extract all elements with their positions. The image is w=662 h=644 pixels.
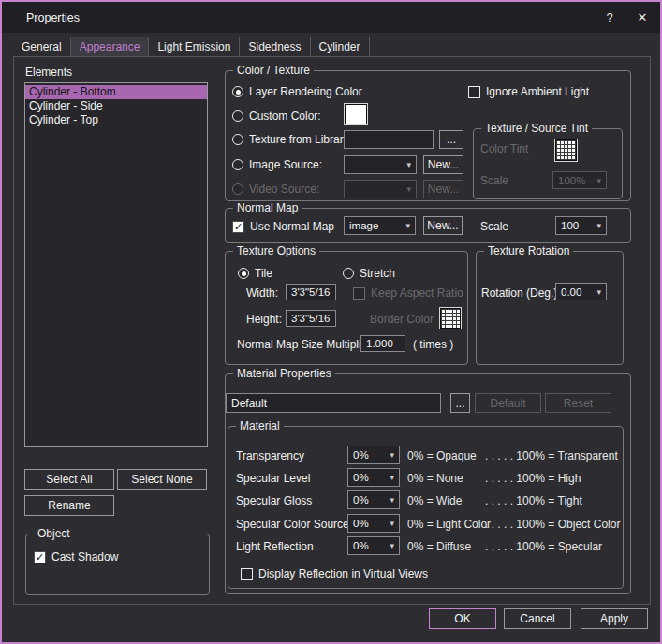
ok-button[interactable]: OK xyxy=(429,608,496,629)
tab-appearance[interactable]: Appearance xyxy=(71,37,150,57)
material-name-input[interactable]: Default xyxy=(226,393,441,413)
height-input[interactable]: 3'3"5/16 xyxy=(286,310,336,327)
specular-gloss-dropdown[interactable]: 0% ▾ xyxy=(347,490,400,509)
tile-radio[interactable]: Tile xyxy=(238,265,272,282)
new-video-button: New... xyxy=(423,180,463,198)
texture-rotation-group: Texture Rotation xyxy=(476,251,624,365)
transparency-dropdown[interactable]: 0% ▾ xyxy=(347,446,400,464)
help-icon[interactable]: ? xyxy=(600,2,619,33)
chevron-down-icon: ▾ xyxy=(405,221,410,230)
tint-scale-label: Scale xyxy=(480,174,508,187)
row-desc-left: 0% = Wide xyxy=(407,494,462,507)
chevron-down-icon: ▾ xyxy=(390,495,394,505)
rotation-dropdown[interactable]: 0.00 ▾ xyxy=(555,283,607,300)
texture-from-library-label: Texture from Library: xyxy=(249,133,352,146)
specular-color-source-dropdown[interactable]: 0% ▾ xyxy=(347,514,400,533)
tab-cylinder[interactable]: Cylinder xyxy=(311,37,370,57)
transparency-value: 0% xyxy=(353,449,369,461)
specular-gloss-value: 0% xyxy=(353,494,369,505)
tab-general[interactable]: General xyxy=(13,37,71,57)
chevron-down-icon: ▾ xyxy=(390,541,394,550)
checkbox-icon xyxy=(353,287,365,300)
normal-map-size-multiplier-input[interactable]: 1.000 xyxy=(360,335,405,352)
specular-level-dropdown[interactable]: 0% ▾ xyxy=(347,468,400,487)
elements-list[interactable]: Cylinder - Bottom Cylinder - Side Cylind… xyxy=(24,82,208,447)
video-source-label: Video Source: xyxy=(249,183,319,196)
material-browse-button[interactable]: ... xyxy=(450,393,470,413)
new-image-button[interactable]: New... xyxy=(423,155,463,174)
layer-rendering-color-radio[interactable]: Layer Rendering Color xyxy=(232,83,362,100)
new-normal-map-button[interactable]: New... xyxy=(423,216,463,235)
normal-map-scale-label: Scale xyxy=(480,220,508,233)
material-row: Light Reflection 0% ▾ 0% = Diffuse . . .… xyxy=(236,536,618,555)
chevron-down-icon: ▾ xyxy=(390,450,394,460)
chevron-down-icon: ▾ xyxy=(390,473,394,482)
rotation-value: 0.00 xyxy=(561,286,581,298)
cast-shadow-checkbox[interactable]: ✓ Cast Shadow xyxy=(34,549,118,565)
stretch-label: Stretch xyxy=(360,267,395,280)
select-all-button[interactable]: Select All xyxy=(24,469,114,490)
close-icon[interactable]: ✕ xyxy=(633,2,652,33)
checkbox-icon xyxy=(241,568,253,580)
chevron-down-icon: ▾ xyxy=(406,160,411,169)
checkmark-icon: ✓ xyxy=(232,221,244,233)
use-normal-map-checkbox[interactable]: ✓ Use Normal Map xyxy=(232,218,334,235)
radio-selected-icon xyxy=(232,86,243,97)
row-desc-left: 0% = Opaque xyxy=(407,449,477,462)
elements-label: Elements xyxy=(25,66,72,79)
display-reflection-label: Display Reflection in Virtual Views xyxy=(258,567,428,580)
ignore-ambient-light-checkbox[interactable]: Ignore Ambient Light xyxy=(468,83,589,100)
texture-source-tint-label: Texture / Source Tint xyxy=(481,122,592,135)
radio-icon xyxy=(343,268,354,279)
chevron-down-icon: ▾ xyxy=(390,519,394,528)
texture-options-group-label: Texture Options xyxy=(233,244,319,257)
image-source-label: Image Source: xyxy=(249,158,322,171)
specular-level-label: Specular Level xyxy=(236,472,310,485)
tint-scale-value: 100% xyxy=(558,175,585,186)
normal-map-source-dropdown[interactable]: image ▾ xyxy=(344,216,416,235)
chevron-down-icon: ▾ xyxy=(596,221,601,230)
width-input[interactable]: 3'3"5/16 xyxy=(286,284,336,300)
window-title: Properties xyxy=(26,2,80,33)
custom-color-swatch[interactable] xyxy=(345,104,367,124)
apply-button[interactable]: Apply xyxy=(581,608,648,629)
properties-dialog: Properties ? ✕ General Appearance Light … xyxy=(0,0,662,644)
image-source-radio[interactable]: Image Source: xyxy=(232,156,322,173)
rename-button[interactable]: Rename xyxy=(24,495,114,516)
texture-from-library-radio[interactable]: Texture from Library: xyxy=(232,131,352,148)
color-texture-group-label: Color / Texture xyxy=(233,64,314,77)
normal-map-scale-dropdown[interactable]: 100 ▾ xyxy=(555,216,607,235)
list-item[interactable]: Cylinder - Top xyxy=(25,113,207,127)
tile-label: Tile xyxy=(255,267,272,280)
chevron-down-icon: ▾ xyxy=(596,176,601,185)
tab-sidedness[interactable]: Sidedness xyxy=(240,37,310,57)
object-group-label: Object xyxy=(34,527,74,540)
chevron-down-icon: ▾ xyxy=(406,184,411,194)
light-reflection-dropdown[interactable]: 0% ▾ xyxy=(347,536,400,555)
color-tint-label: Color Tint xyxy=(480,142,528,155)
tab-light-emission[interactable]: Light Emission xyxy=(149,37,240,57)
tint-scale-dropdown: 100% ▾ xyxy=(552,171,607,189)
rotation-deg-label: Rotation (Deg.) xyxy=(481,286,557,300)
material-properties-group-label: Material Properties xyxy=(233,367,335,380)
image-source-dropdown[interactable]: ▾ xyxy=(344,155,417,174)
select-none-button[interactable]: Select None xyxy=(117,469,207,490)
height-label: Height: xyxy=(246,313,282,326)
color-tint-swatch[interactable] xyxy=(555,139,577,161)
border-color-swatch[interactable] xyxy=(440,308,461,329)
radio-icon xyxy=(232,134,243,145)
display-reflection-checkbox[interactable]: Display Reflection in Virtual Views xyxy=(241,565,428,582)
library-browse-button[interactable]: ... xyxy=(439,130,463,149)
custom-color-radio[interactable]: Custom Color: xyxy=(232,108,321,124)
list-item[interactable]: Cylinder - Bottom xyxy=(25,85,207,99)
library-texture-input[interactable] xyxy=(344,130,434,149)
custom-color-label: Custom Color: xyxy=(249,110,321,123)
stretch-radio[interactable]: Stretch xyxy=(343,265,395,282)
video-source-radio: Video Source: xyxy=(232,181,319,198)
material-group-label: Material xyxy=(236,419,284,432)
cancel-button[interactable]: Cancel xyxy=(504,608,571,629)
normal-map-group-label: Normal Map xyxy=(233,201,302,214)
list-item[interactable]: Cylinder - Side xyxy=(25,99,207,113)
material-reset-button: Reset xyxy=(545,393,611,413)
chevron-down-icon: ▾ xyxy=(596,287,601,297)
